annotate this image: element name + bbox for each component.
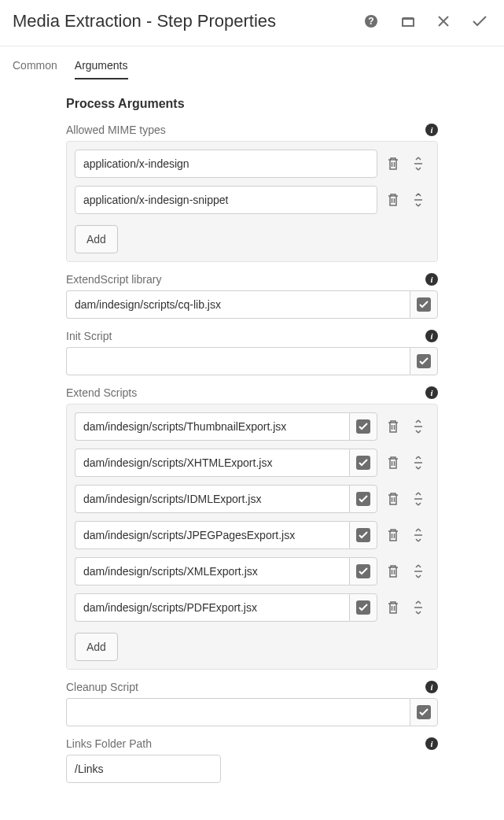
script-input[interactable] [75,449,349,477]
confirm-icon[interactable] [473,16,487,27]
field-allowed-mime: Allowed MIME types i [66,124,438,262]
reorder-icon[interactable] [409,562,428,581]
trash-icon[interactable] [384,598,403,617]
trash-icon[interactable] [384,417,403,436]
info-icon[interactable]: i [425,386,438,399]
reorder-icon[interactable] [409,598,428,617]
list-item [75,521,429,549]
tab-common[interactable]: Common [13,51,57,79]
trash-icon[interactable] [384,526,403,545]
reorder-icon[interactable] [409,489,428,508]
dialog-header: Media Extraction - Step Properties ? [0,0,504,46]
reorder-icon[interactable] [409,526,428,545]
script-input[interactable] [75,412,349,441]
extend-scripts-list: Add [66,404,438,670]
picker-icon[interactable] [349,593,377,622]
close-icon[interactable] [438,16,449,27]
list-item [75,412,429,441]
info-icon[interactable]: i [425,124,438,136]
help-icon[interactable]: ? [364,14,378,28]
picker-icon[interactable] [349,412,377,441]
trash-icon[interactable] [384,489,403,508]
list-item [75,557,429,585]
script-input[interactable] [75,521,349,549]
label-cleanup-script: Cleanup Script [66,681,138,693]
label-links-folder-path: Links Folder Path [66,737,152,750]
script-input[interactable] [75,593,349,622]
list-item [75,593,429,622]
picker-icon[interactable] [410,290,438,319]
add-script-button[interactable]: Add [75,633,118,661]
picker-icon[interactable] [410,698,438,726]
info-icon[interactable]: i [425,273,438,286]
field-init-script: Init Script i [66,330,438,375]
list-item [75,485,429,513]
links-folder-path-input[interactable] [66,755,221,783]
cleanup-script-input[interactable] [66,698,410,726]
svg-rect-3 [403,19,414,26]
trash-icon[interactable] [384,154,403,173]
label-allowed-mime: Allowed MIME types [66,124,166,136]
init-script-input[interactable] [66,347,410,375]
picker-icon[interactable] [349,557,377,585]
svg-text:?: ? [368,16,373,27]
dialog-title: Media Extraction - Step Properties [13,11,276,31]
field-extend-scripts: Extend Scripts i [66,386,438,670]
info-icon[interactable]: i [425,737,438,750]
list-item [75,150,429,178]
label-init-script: Init Script [66,330,112,342]
reorder-icon[interactable] [409,154,428,173]
field-cleanup-script: Cleanup Script i [66,681,438,726]
add-mime-button[interactable]: Add [75,225,118,253]
header-actions: ? [364,14,491,28]
field-links-folder-path: Links Folder Path i [66,737,438,783]
fullscreen-icon[interactable] [402,15,414,28]
picker-icon[interactable] [410,347,438,375]
label-extendscript-library: ExtendScript library [66,273,161,286]
trash-icon[interactable] [384,453,403,472]
reorder-icon[interactable] [409,453,428,472]
tab-arguments[interactable]: Arguments [75,51,128,79]
list-item [75,186,429,214]
mime-input[interactable] [75,186,377,214]
allowed-mime-list: Add [66,141,438,262]
script-input[interactable] [75,557,349,585]
section-title: Process Arguments [66,97,438,111]
list-item [75,449,429,477]
trash-icon[interactable] [384,562,403,581]
content-area: Process Arguments Allowed MIME types i [0,79,504,818]
reorder-icon[interactable] [409,190,428,209]
mime-input[interactable] [75,150,377,178]
trash-icon[interactable] [384,190,403,209]
label-extend-scripts: Extend Scripts [66,386,137,399]
script-input[interactable] [75,485,349,513]
picker-icon[interactable] [349,521,377,549]
field-extendscript-library: ExtendScript library i [66,273,438,319]
info-icon[interactable]: i [425,330,438,342]
tab-bar: Common Arguments [0,51,504,79]
reorder-icon[interactable] [409,417,428,436]
picker-icon[interactable] [349,485,377,513]
info-icon[interactable]: i [425,681,438,693]
picker-icon[interactable] [349,449,377,477]
extendscript-library-input[interactable] [66,290,410,319]
